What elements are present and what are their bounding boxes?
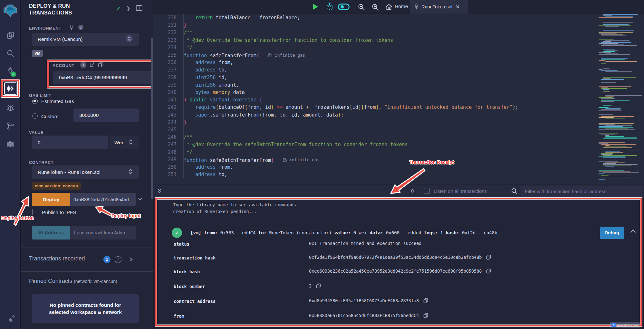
terminal-log-line: Type the library name to see available c… bbox=[173, 202, 299, 207]
transactions-count-badge: 1 bbox=[103, 256, 111, 263]
chevron-updown-icon bbox=[125, 35, 133, 44]
value-unit: Wei bbox=[114, 140, 123, 146]
home-tab-label[interactable]: Home bbox=[395, 4, 408, 9]
chevron-updown-icon bbox=[128, 168, 133, 176]
deploy-expand-chevron-icon[interactable] bbox=[138, 196, 143, 203]
transactions-expand-icon[interactable] bbox=[128, 257, 133, 264]
sidebar-scrollbar[interactable] bbox=[151, 38, 153, 199]
code-line: 239 uint256 amount, bbox=[153, 81, 595, 89]
environment-select[interactable]: Remix VM (Cancun) bbox=[32, 33, 139, 46]
code-line: 233 * @dev Override the safeTransferFrom… bbox=[153, 37, 595, 44]
code-line: 250 address from, bbox=[153, 164, 595, 171]
copy-icon[interactable] bbox=[423, 313, 428, 318]
terminal-search-icon[interactable] bbox=[511, 188, 518, 196]
success-check-icon: ✓ bbox=[172, 228, 182, 238]
compiler-success-badge-icon: ✓ bbox=[11, 71, 16, 77]
search-icon[interactable] bbox=[0, 49, 21, 58]
deploy-run-panel: DEPLOY & RUN TRANSACTIONS ✓ ❯ ENVIRONMEN… bbox=[21, 0, 153, 329]
home-icon[interactable] bbox=[385, 3, 393, 12]
minimap[interactable] bbox=[599, 14, 641, 181]
run-script-icon[interactable] bbox=[313, 4, 318, 10]
divider bbox=[21, 271, 153, 272]
ai-toggle-icon[interactable] bbox=[338, 4, 350, 12]
code-line: 237 address to, bbox=[153, 66, 595, 74]
publish-ipfs-label: Publish to IPFS bbox=[42, 210, 76, 215]
deploy-and-run-tab[interactable] bbox=[4, 82, 16, 95]
plug-icon[interactable] bbox=[0, 314, 21, 323]
deploy-input[interactable]: 0x5B38Da6a701c568545d bbox=[70, 193, 136, 206]
chevron-updown-icon bbox=[129, 139, 133, 146]
infinite-gas-annotation: infinite gas bbox=[268, 52, 305, 59]
fork-state-icon[interactable] bbox=[69, 25, 74, 32]
receipt-row-value: 0x5B38Da6a701c568545dCfcB03FcB875f56bedd… bbox=[309, 313, 428, 318]
code-editor[interactable]: 230 return totalBalance - frozenBalance;… bbox=[153, 14, 644, 184]
transaction-receipt-panel: Type the library name to see available c… bbox=[155, 198, 642, 326]
copy-icon[interactable] bbox=[486, 268, 491, 274]
copy-icon[interactable] bbox=[423, 298, 428, 303]
expand-terminal-icon[interactable] bbox=[157, 188, 162, 196]
zoom-in-icon[interactable] bbox=[371, 3, 379, 12]
code-line: 245 bbox=[153, 126, 595, 134]
deploy-button[interactable]: Deploy bbox=[32, 193, 70, 206]
tab-close-icon[interactable]: ✕ bbox=[456, 4, 460, 10]
publish-ipfs-checkbox[interactable] bbox=[32, 209, 38, 215]
zoom-out-icon[interactable] bbox=[358, 3, 365, 12]
account-select[interactable]: 0x5B3...eddC4 (99.999999999 bbox=[53, 71, 159, 84]
ai-assistant-icon[interactable] bbox=[325, 3, 334, 13]
copy-icon[interactable] bbox=[486, 255, 491, 260]
panel-layout-icon[interactable] bbox=[136, 5, 142, 12]
collapse-receipt-icon[interactable] bbox=[630, 229, 637, 235]
git-icon[interactable] bbox=[0, 122, 21, 130]
copy-account-icon[interactable] bbox=[98, 62, 104, 69]
remix-logo-icon[interactable] bbox=[0, 3, 21, 17]
receipt-row-value: 0x1 Transaction mined and execution succ… bbox=[309, 241, 422, 246]
receipt-row-value: 0xd8b934580fcE35a11B58C6D73aDeE468a2833f… bbox=[309, 298, 428, 303]
estimated-gas-label: Estimated Gas bbox=[41, 99, 74, 104]
solidity-compiler-icon[interactable] bbox=[0, 66, 21, 76]
at-address-input[interactable]: Load contract from Addre bbox=[70, 226, 136, 240]
code-line: 236 address from, bbox=[153, 59, 595, 66]
value-input[interactable]: 0 bbox=[32, 136, 108, 149]
custom-gas-radio[interactable] bbox=[32, 113, 38, 119]
evm-version-badge: evm version: cancun bbox=[32, 182, 81, 190]
code-line: 234 */ bbox=[153, 44, 595, 52]
listen-all-checkbox[interactable] bbox=[424, 188, 430, 194]
value-unit-select[interactable]: Wei bbox=[109, 136, 139, 149]
receipt-row-label: status bbox=[174, 241, 189, 247]
editor-topbar: Home RuneToken.sol ✕ bbox=[153, 0, 644, 14]
code-line: 251 address to, bbox=[153, 171, 595, 178]
line-number: 245 bbox=[153, 126, 177, 134]
receipt-row-label: block number bbox=[174, 284, 205, 289]
plugin-manager-icon[interactable] bbox=[0, 140, 21, 149]
debug-button[interactable]: Debug bbox=[600, 227, 624, 239]
pinned-title: Pinned Contracts bbox=[29, 278, 72, 284]
code-line: 230 return totalBalance - frozenBalance; bbox=[153, 14, 595, 22]
contract-label: CONTRACT bbox=[29, 160, 53, 165]
contract-select[interactable]: RuneToken - RuneToken.sol bbox=[32, 165, 139, 179]
panel-title: DEPLOY & RUN TRANSACTIONS bbox=[29, 3, 113, 16]
pinned-contracts-label: Pinned Contracts (network: vm-cancun) bbox=[29, 278, 117, 285]
edit-account-icon[interactable] bbox=[89, 62, 95, 69]
code-line: 246 /** bbox=[153, 134, 595, 141]
terminal-filter-input[interactable]: Filter with transaction hash or address bbox=[521, 186, 643, 197]
code-line: 249 function safeBatchTransferFrom(infin… bbox=[153, 156, 595, 164]
transactions-info-icon[interactable]: i bbox=[115, 256, 121, 263]
environment-info-icon[interactable]: i bbox=[78, 24, 84, 32]
estimated-gas-radio[interactable] bbox=[32, 99, 38, 104]
copy-icon[interactable] bbox=[316, 283, 321, 288]
vm-badge: VM bbox=[32, 50, 43, 57]
file-explorer-icon[interactable] bbox=[0, 31, 21, 40]
code-line: 235 function safeTransferFrom(infinite g… bbox=[153, 52, 595, 59]
terminal-header: 0 Listen on all transactions Filter with… bbox=[153, 184, 644, 198]
at-address-button[interactable]: At Address bbox=[32, 226, 70, 240]
code-line: 242 require(balanceOf(from, id) >= amoun… bbox=[153, 104, 595, 111]
panel-forward-icon[interactable]: ❯ bbox=[126, 5, 130, 11]
debugger-icon[interactable] bbox=[0, 104, 21, 112]
tab-runetoken[interactable]: RuneToken.sol ✕ bbox=[410, 0, 468, 14]
add-account-icon[interactable]: + bbox=[80, 62, 86, 68]
custom-gas-input[interactable]: 3000000 bbox=[73, 108, 139, 122]
code-line: 238 uint256 id, bbox=[153, 74, 595, 81]
transaction-count: 0 bbox=[411, 188, 414, 193]
transaction-summary[interactable]: [vm] from: 0x5B3...eddC4 to: RuneToken.(… bbox=[190, 230, 497, 235]
account-value: 0x5B3...eddC4 (99.999999999 bbox=[59, 75, 127, 80]
